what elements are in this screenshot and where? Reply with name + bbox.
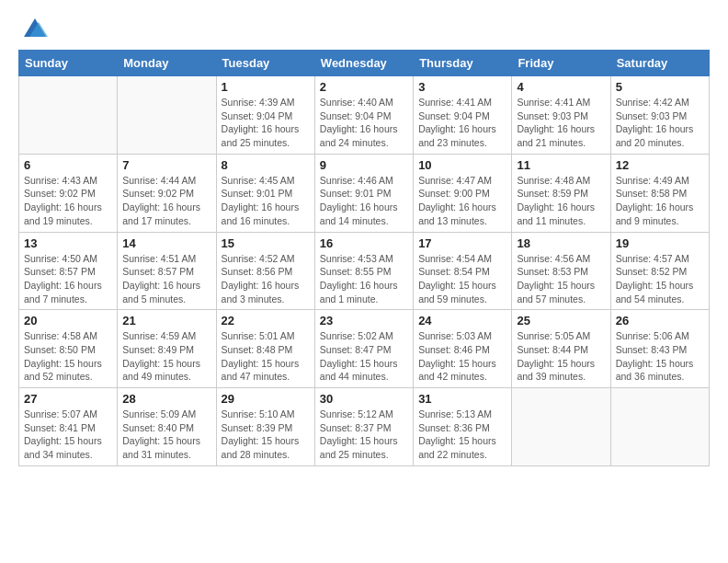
logo-icon	[20, 15, 50, 40]
day-info: Sunrise: 4:48 AM Sunset: 8:59 PM Dayligh…	[517, 174, 605, 228]
day-info: Sunrise: 5:02 AM Sunset: 8:47 PM Dayligh…	[320, 329, 408, 384]
day-info: Sunrise: 4:59 AM Sunset: 8:49 PM Dayligh…	[122, 329, 210, 384]
day-info: Sunrise: 4:52 AM Sunset: 8:56 PM Dayligh…	[222, 252, 310, 306]
day-number: 6	[24, 158, 112, 172]
day-number: 22	[222, 314, 310, 327]
calendar-table: SundayMondayTuesdayWednesdayThursdayFrid…	[18, 50, 710, 466]
day-info: Sunrise: 5:01 AM Sunset: 8:48 PM Dayligh…	[222, 329, 310, 384]
day-info: Sunrise: 4:41 AM Sunset: 9:03 PM Dayligh…	[517, 96, 605, 150]
calendar-cell: 4Sunrise: 4:41 AM Sunset: 9:03 PM Daylig…	[512, 76, 610, 155]
calendar-cell: 5Sunrise: 4:42 AM Sunset: 9:03 PM Daylig…	[610, 76, 709, 155]
day-number: 28	[122, 392, 210, 406]
day-info: Sunrise: 5:05 AM Sunset: 8:44 PM Dayligh…	[517, 329, 605, 384]
calendar-cell: 28Sunrise: 5:09 AM Sunset: 8:40 PM Dayli…	[118, 388, 216, 466]
day-number: 20	[24, 314, 112, 327]
day-info: Sunrise: 4:45 AM Sunset: 9:01 PM Dayligh…	[222, 174, 310, 228]
calendar-cell: 15Sunrise: 4:52 AM Sunset: 8:56 PM Dayli…	[216, 232, 314, 310]
day-number: 17	[418, 236, 506, 250]
calendar-cell: 17Sunrise: 4:54 AM Sunset: 8:54 PM Dayli…	[414, 232, 512, 310]
day-header-monday: Monday	[118, 51, 216, 76]
calendar-cell	[610, 388, 709, 466]
calendar-cell: 7Sunrise: 4:44 AM Sunset: 9:02 PM Daylig…	[118, 154, 216, 232]
day-number: 31	[418, 392, 506, 406]
calendar-cell: 1Sunrise: 4:39 AM Sunset: 9:04 PM Daylig…	[216, 76, 314, 155]
day-number: 12	[616, 158, 704, 172]
day-info: Sunrise: 4:44 AM Sunset: 9:02 PM Dayligh…	[122, 174, 210, 228]
calendar-cell: 22Sunrise: 5:01 AM Sunset: 8:48 PM Dayli…	[216, 310, 314, 388]
calendar-cell: 3Sunrise: 4:41 AM Sunset: 9:04 PM Daylig…	[414, 76, 512, 155]
calendar-cell: 24Sunrise: 5:03 AM Sunset: 8:46 PM Dayli…	[414, 310, 512, 388]
day-number: 26	[616, 314, 704, 327]
day-info: Sunrise: 5:09 AM Sunset: 8:40 PM Dayligh…	[122, 408, 210, 462]
day-number: 11	[517, 158, 605, 172]
calendar-cell: 29Sunrise: 5:10 AM Sunset: 8:39 PM Dayli…	[216, 388, 314, 466]
day-number: 8	[222, 158, 310, 172]
day-info: Sunrise: 4:46 AM Sunset: 9:01 PM Dayligh…	[320, 174, 408, 228]
calendar-cell: 21Sunrise: 4:59 AM Sunset: 8:49 PM Dayli…	[118, 310, 216, 388]
calendar-week-4: 20Sunrise: 4:58 AM Sunset: 8:50 PM Dayli…	[19, 310, 710, 388]
calendar-body: 1Sunrise: 4:39 AM Sunset: 9:04 PM Daylig…	[19, 76, 710, 466]
day-info: Sunrise: 4:54 AM Sunset: 8:54 PM Dayligh…	[418, 252, 506, 306]
day-number: 3	[418, 80, 506, 94]
calendar-week-5: 27Sunrise: 5:07 AM Sunset: 8:41 PM Dayli…	[19, 388, 710, 466]
day-info: Sunrise: 4:47 AM Sunset: 9:00 PM Dayligh…	[418, 174, 506, 228]
calendar-cell: 12Sunrise: 4:49 AM Sunset: 8:58 PM Dayli…	[610, 154, 709, 232]
day-number: 18	[517, 236, 605, 250]
calendar-week-3: 13Sunrise: 4:50 AM Sunset: 8:57 PM Dayli…	[19, 232, 710, 310]
day-info: Sunrise: 4:41 AM Sunset: 9:04 PM Dayligh…	[418, 96, 506, 150]
logo	[18, 15, 50, 40]
day-number: 7	[122, 158, 210, 172]
calendar-cell	[512, 388, 610, 466]
day-number: 29	[222, 392, 310, 406]
calendar-cell: 26Sunrise: 5:06 AM Sunset: 8:43 PM Dayli…	[610, 310, 709, 388]
calendar-header-row: SundayMondayTuesdayWednesdayThursdayFrid…	[19, 51, 710, 76]
day-header-sunday: Sunday	[19, 51, 118, 76]
day-number: 27	[24, 392, 112, 406]
calendar-cell: 8Sunrise: 4:45 AM Sunset: 9:01 PM Daylig…	[216, 154, 314, 232]
day-info: Sunrise: 4:56 AM Sunset: 8:53 PM Dayligh…	[517, 252, 605, 306]
calendar-cell: 18Sunrise: 4:56 AM Sunset: 8:53 PM Dayli…	[512, 232, 610, 310]
calendar-cell	[19, 76, 118, 155]
day-info: Sunrise: 4:50 AM Sunset: 8:57 PM Dayligh…	[24, 252, 112, 306]
calendar-cell: 19Sunrise: 4:57 AM Sunset: 8:52 PM Dayli…	[610, 232, 709, 310]
day-number: 21	[122, 314, 210, 327]
day-number: 2	[320, 80, 408, 94]
calendar-cell: 10Sunrise: 4:47 AM Sunset: 9:00 PM Dayli…	[414, 154, 512, 232]
day-info: Sunrise: 4:40 AM Sunset: 9:04 PM Dayligh…	[320, 96, 408, 150]
day-info: Sunrise: 4:49 AM Sunset: 8:58 PM Dayligh…	[616, 174, 704, 228]
calendar-week-2: 6Sunrise: 4:43 AM Sunset: 9:02 PM Daylig…	[19, 154, 710, 232]
day-number: 24	[418, 314, 506, 327]
day-info: Sunrise: 4:39 AM Sunset: 9:04 PM Dayligh…	[222, 96, 310, 150]
day-info: Sunrise: 4:51 AM Sunset: 8:57 PM Dayligh…	[122, 252, 210, 306]
day-number: 15	[222, 236, 310, 250]
day-info: Sunrise: 4:58 AM Sunset: 8:50 PM Dayligh…	[24, 329, 112, 384]
day-number: 19	[616, 236, 704, 250]
calendar-week-1: 1Sunrise: 4:39 AM Sunset: 9:04 PM Daylig…	[19, 76, 710, 155]
day-number: 1	[222, 80, 310, 94]
calendar-cell: 31Sunrise: 5:13 AM Sunset: 8:36 PM Dayli…	[414, 388, 512, 466]
day-header-thursday: Thursday	[414, 51, 512, 76]
day-header-friday: Friday	[512, 51, 610, 76]
day-number: 16	[320, 236, 408, 250]
calendar-cell: 20Sunrise: 4:58 AM Sunset: 8:50 PM Dayli…	[19, 310, 118, 388]
calendar-cell: 6Sunrise: 4:43 AM Sunset: 9:02 PM Daylig…	[19, 154, 118, 232]
day-number: 30	[320, 392, 408, 406]
day-number: 10	[418, 158, 506, 172]
day-number: 14	[122, 236, 210, 250]
day-info: Sunrise: 4:43 AM Sunset: 9:02 PM Dayligh…	[24, 174, 112, 228]
day-number: 5	[616, 80, 704, 94]
day-info: Sunrise: 5:07 AM Sunset: 8:41 PM Dayligh…	[24, 408, 112, 462]
day-info: Sunrise: 5:03 AM Sunset: 8:46 PM Dayligh…	[418, 329, 506, 384]
day-info: Sunrise: 5:12 AM Sunset: 8:37 PM Dayligh…	[320, 408, 408, 462]
day-header-saturday: Saturday	[610, 51, 709, 76]
calendar-cell: 14Sunrise: 4:51 AM Sunset: 8:57 PM Dayli…	[118, 232, 216, 310]
day-info: Sunrise: 4:42 AM Sunset: 9:03 PM Dayligh…	[616, 96, 704, 150]
calendar-cell	[118, 76, 216, 155]
calendar-cell: 16Sunrise: 4:53 AM Sunset: 8:55 PM Dayli…	[314, 232, 413, 310]
calendar-cell: 25Sunrise: 5:05 AM Sunset: 8:44 PM Dayli…	[512, 310, 610, 388]
calendar-cell: 9Sunrise: 4:46 AM Sunset: 9:01 PM Daylig…	[314, 154, 413, 232]
calendar-cell: 30Sunrise: 5:12 AM Sunset: 8:37 PM Dayli…	[314, 388, 413, 466]
day-info: Sunrise: 5:06 AM Sunset: 8:43 PM Dayligh…	[616, 329, 704, 384]
day-number: 13	[24, 236, 112, 250]
day-info: Sunrise: 4:53 AM Sunset: 8:55 PM Dayligh…	[320, 252, 408, 306]
